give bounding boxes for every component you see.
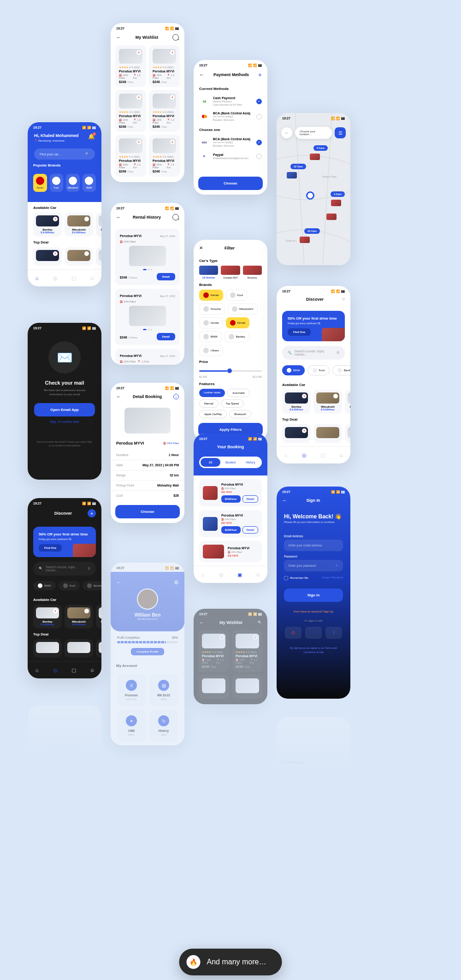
heart-icon[interactable]: ♥ <box>302 394 307 398</box>
fbrand-ford[interactable]: Ford <box>226 290 247 301</box>
email-input[interactable]: Enter your email address <box>284 540 343 551</box>
car-card[interactable]: ♡ <box>65 247 93 266</box>
heart-icon[interactable]: ♥ <box>136 95 141 100</box>
map[interactable]: 19:27📶 📶 ▮▮ ← Choose your location… ☰ 5 … <box>277 113 350 265</box>
hour-button[interactable]: $10/Hour <box>221 495 241 503</box>
signup-link[interactable]: Sign Up <box>324 610 333 613</box>
heart-icon[interactable]: ♡ <box>84 609 89 613</box>
heart-icon[interactable]: ♡ <box>84 217 89 221</box>
tab-booking[interactable]: ▣ <box>236 571 243 578</box>
car-card[interactable]: ♥Bentley$ 6.00/Hour <box>282 390 311 414</box>
radio-checked[interactable]: ✓ <box>256 140 262 145</box>
heart-icon[interactable]: ♥ <box>136 50 141 55</box>
tab-explore[interactable]: ◎ <box>52 274 59 282</box>
back-icon[interactable]: ← <box>116 394 121 399</box>
find-one-button[interactable]: Find One <box>288 328 311 336</box>
tab-booking[interactable]: ▢ <box>70 666 77 674</box>
car-card[interactable] <box>33 639 62 658</box>
promo-card[interactable]: 50% Off your first drive time Friday got… <box>282 311 345 341</box>
heart-icon[interactable]: ♥ <box>253 635 258 640</box>
complete-profile-button[interactable]: Complete Profile <box>131 648 164 655</box>
car-card[interactable]: ♥ <box>282 424 311 443</box>
tab-explore[interactable]: ◎ <box>52 666 59 674</box>
detail-button[interactable]: Detail <box>242 495 258 503</box>
payment-bca[interactable]: BCA (Bank Central Asia)•••• •••• •••• 87… <box>194 109 267 124</box>
car-card[interactable]: ♡Honda$ 6.00 <box>96 213 101 237</box>
heart-icon[interactable]: ♥ <box>170 140 175 144</box>
history-card[interactable]: Perodua MYVIMay 27, 2022 ⛽ 24% Filled📍 1… <box>115 349 180 365</box>
history-card[interactable]: Perodua MYVIMay 27, 2022 ⛽ 24% Filled $2… <box>115 289 180 345</box>
location[interactable]: 📍 Semarang, Indonesia ˅ <box>34 139 79 142</box>
apple-button[interactable] <box>305 627 322 639</box>
remember-checkbox[interactable]: Remember Me <box>284 576 308 580</box>
skip-link[interactable]: Skip, I'll confirm later <box>28 420 101 423</box>
heart-icon[interactable]: ♥ <box>170 95 175 100</box>
hour-button[interactable]: $10/Hour <box>221 526 241 534</box>
choose-button[interactable]: Choose <box>115 505 180 518</box>
fbrand-porsche[interactable]: Porsche <box>199 303 225 315</box>
wishlist-card[interactable] <box>198 675 229 699</box>
eye-icon[interactable]: 👁 <box>335 564 338 567</box>
car-card[interactable] <box>345 424 350 443</box>
detail-button[interactable]: Detail <box>157 273 175 280</box>
settings-icon[interactable]: ⚙ <box>174 579 179 586</box>
heart-icon[interactable]: ♥ <box>302 428 307 433</box>
tab-explore[interactable]: ◎ <box>301 451 308 459</box>
payment-paypal[interactable]: PPaypalKhaledMohammed@gmail.com <box>194 150 267 163</box>
back-icon[interactable]: ← <box>116 579 122 586</box>
radio[interactable] <box>256 154 262 159</box>
wishlist-card[interactable] <box>232 675 263 699</box>
choose-button[interactable]: Choose <box>198 177 263 190</box>
search-input[interactable]: Find your car… 🔍 <box>34 148 95 160</box>
heart-icon[interactable]: ♥ <box>53 251 58 256</box>
wishlist-card[interactable]: ♥★★★★ 4.4 (932)Perodua MYVI⛽ 24% Filled📍… <box>149 45 180 87</box>
open-email-button[interactable]: Open Email App <box>34 403 95 416</box>
back-icon[interactable]: ← <box>199 620 204 625</box>
chip-bentley[interactable]: Bentley <box>83 581 101 590</box>
chip-ford[interactable]: Ford <box>59 581 80 590</box>
tab-profile[interactable]: ☺ <box>89 274 96 282</box>
type-all[interactable]: All Vehicles <box>199 266 218 279</box>
tab-profile[interactable]: ☺ <box>337 451 345 459</box>
search-icon[interactable] <box>172 214 179 220</box>
add-icon[interactable]: + <box>258 71 262 78</box>
fbrand-mitsubishi[interactable]: MitsubishiV <box>228 303 258 315</box>
wishlist-card[interactable]: ♥★★★★ 4.4 (932)Perodua MYVI⛽ 24% Filled📍… <box>232 630 263 672</box>
heart-icon[interactable]: ♡ <box>84 251 89 256</box>
fbrand-others[interactable]: Others <box>199 345 223 356</box>
tab-home[interactable]: ⌂ <box>199 571 207 578</box>
list-icon[interactable]: ☰ <box>335 127 346 138</box>
car-card[interactable]: ♥Bentley$ 6.00/Hour <box>33 213 62 237</box>
wishlist-card[interactable]: ♥★★★★ 4.4 (932)Perodua MYVI⛽ 24% Filled📍… <box>115 135 146 177</box>
car-card[interactable]: ♡Mitsubishi$ 6.00/Hour <box>313 390 342 414</box>
detail-button[interactable]: Detail <box>242 526 258 534</box>
back-icon[interactable]: ← <box>116 35 121 40</box>
back-icon[interactable]: ← <box>281 127 292 138</box>
brand-ford[interactable]: Ford <box>50 174 64 192</box>
type-economy[interactable]: Economy <box>243 266 262 279</box>
booking-card[interactable]: Perodua MYVI⛽ 24% FilledK$ 7673$10/HourD… <box>199 510 262 537</box>
car-card[interactable]: Honda <box>96 605 101 629</box>
fbrand-ferrari2[interactable]: Ferrari <box>226 317 250 328</box>
account-premium[interactable]: ♕PremiumLevel One <box>117 674 146 706</box>
google-button[interactable]: G <box>285 627 301 639</box>
close-icon[interactable]: ✕ <box>199 245 203 250</box>
tab-home[interactable]: ⌂ <box>282 451 290 459</box>
filter-icon[interactable]: ☰ <box>88 567 90 570</box>
heart-icon[interactable]: ♥ <box>219 635 224 640</box>
brand-ferrari[interactable]: Ferrari <box>33 174 47 192</box>
wishlist-card[interactable]: ♥★★★★ 4.4 (932)Perodua MYVI⛽ 24% Filled📍… <box>149 90 180 132</box>
tab-booked[interactable]: Booked <box>220 458 240 467</box>
search-input[interactable]: 🔍Search course, topic, mentor…☰ <box>33 562 96 576</box>
price-slider[interactable] <box>199 370 262 372</box>
find-one-button[interactable]: Find One <box>39 544 62 552</box>
car-card[interactable] <box>65 639 93 658</box>
heart-icon[interactable]: ♥ <box>88 509 96 517</box>
chip-bmw[interactable]: BMW <box>282 365 305 375</box>
wishlist-card[interactable]: ♥★★★★ 4.4 (932)Perodua MYVI⛽ 24% Filled📍… <box>198 630 229 672</box>
account-points[interactable]: ✦1988Points <box>117 710 146 742</box>
feat-leather[interactable]: Leather seats <box>199 389 225 397</box>
history-card[interactable]: Perodua MYVIMay 27, 2022 ⛽ 24% Filled $2… <box>115 229 180 285</box>
booking-card[interactable]: Perodua MYVI⛽ 24% FilledK$ 7673 <box>199 541 262 562</box>
location-search[interactable]: Choose your location… <box>295 127 332 139</box>
